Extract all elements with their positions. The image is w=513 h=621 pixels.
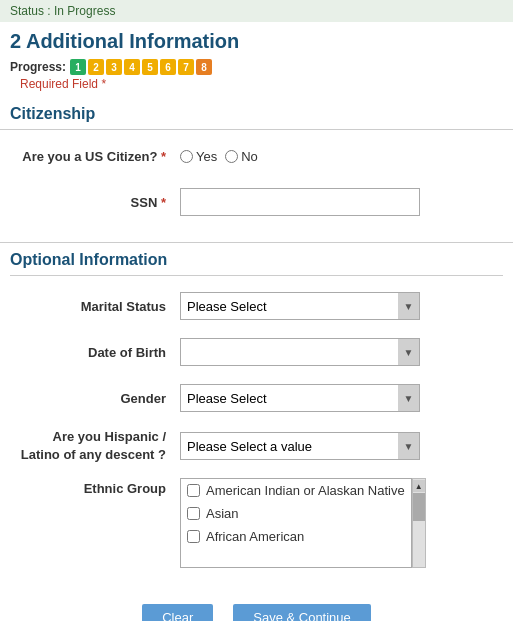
ethnic-list: American Indian or Alaskan Native Asian … — [180, 478, 412, 568]
citizen-radio-group: Yes No — [180, 149, 258, 164]
status-text: Status : In Progress — [10, 4, 115, 18]
required-note: Required Field * — [10, 77, 503, 91]
step-7[interactable]: 7 — [178, 59, 194, 75]
citizen-row: Are you a US Citizen? * Yes No — [20, 140, 493, 172]
progress-label: Progress: — [10, 60, 66, 74]
citizen-required-star: * — [157, 149, 166, 164]
page-header: 2 Additional Information Progress: 1 2 3… — [0, 22, 513, 101]
list-item: American Indian or Alaskan Native — [181, 479, 411, 502]
marital-label: Marital Status — [20, 299, 180, 314]
ethnic-scrollbar[interactable]: ▲ — [412, 478, 426, 568]
hispanic-label: Are you Hispanic / Latino of any descent… — [20, 428, 180, 464]
optional-content: Marital Status Please Select Single Marr… — [0, 280, 513, 588]
hispanic-select-wrapper: Please Select a value Yes No ▼ — [180, 432, 420, 460]
ethnic-list-container: American Indian or Alaskan Native Asian … — [180, 478, 412, 568]
page-title: 2 Additional Information — [10, 30, 503, 53]
citizen-yes-radio[interactable] — [180, 150, 193, 163]
step-3[interactable]: 3 — [106, 59, 122, 75]
step-2[interactable]: 2 — [88, 59, 104, 75]
citizenship-section: Are you a US Citizen? * Yes No SSN * — [0, 130, 513, 243]
hispanic-select[interactable]: Please Select a value Yes No — [180, 432, 420, 460]
citizen-yes-label: Yes — [196, 149, 217, 164]
gender-row: Gender Please Select Male Female Other ▼ — [20, 382, 493, 414]
dob-row: Date of Birth ▼ — [20, 336, 493, 368]
dob-select-wrapper: ▼ — [180, 338, 420, 366]
citizen-yes-option: Yes — [180, 149, 217, 164]
ethnic-row: Ethnic Group American Indian or Alaskan … — [20, 478, 493, 568]
progress-row: Progress: 1 2 3 4 5 6 7 8 — [10, 59, 503, 75]
step-4[interactable]: 4 — [124, 59, 140, 75]
step-6[interactable]: 6 — [160, 59, 176, 75]
dob-select[interactable] — [180, 338, 420, 366]
citizen-no-label: No — [241, 149, 258, 164]
marital-select[interactable]: Please Select Single Married Divorced Wi… — [180, 292, 420, 320]
progress-steps: 1 2 3 4 5 6 7 8 — [70, 59, 212, 75]
ssn-row: SSN * — [20, 186, 493, 218]
marital-select-wrapper: Please Select Single Married Divorced Wi… — [180, 292, 420, 320]
ethnic-label: Ethnic Group — [20, 478, 180, 496]
save-continue-button[interactable]: Save & Continue — [233, 604, 371, 621]
ethnic-item-2-label: Asian — [206, 506, 239, 521]
scroll-thumb[interactable] — [413, 493, 425, 521]
citizenship-section-title: Citizenship — [0, 101, 513, 130]
ethnic-item-3-label: African American — [206, 529, 304, 544]
citizen-label: Are you a US Citizen? * — [20, 149, 180, 164]
list-item: Asian — [181, 502, 411, 525]
gender-select-wrapper: Please Select Male Female Other ▼ — [180, 384, 420, 412]
ethnic-item-1-label: American Indian or Alaskan Native — [206, 483, 405, 498]
ethnic-checkbox-1[interactable] — [187, 484, 200, 497]
gender-select[interactable]: Please Select Male Female Other — [180, 384, 420, 412]
optional-section-header: Optional Information — [0, 243, 513, 280]
optional-section-title: Optional Information — [10, 251, 503, 276]
marital-row: Marital Status Please Select Single Marr… — [20, 290, 493, 322]
gender-label: Gender — [20, 391, 180, 406]
step-1[interactable]: 1 — [70, 59, 86, 75]
scroll-up-arrow[interactable]: ▲ — [413, 480, 425, 492]
citizen-no-radio[interactable] — [225, 150, 238, 163]
status-bar: Status : In Progress — [0, 0, 513, 22]
button-row: Clear Save & Continue — [0, 588, 513, 621]
ssn-label: SSN * — [20, 195, 180, 210]
ethnic-checkbox-2[interactable] — [187, 507, 200, 520]
dob-label: Date of Birth — [20, 345, 180, 360]
step-8[interactable]: 8 — [196, 59, 212, 75]
ssn-input[interactable] — [180, 188, 420, 216]
hispanic-row: Are you Hispanic / Latino of any descent… — [20, 428, 493, 464]
ssn-required-star: * — [157, 195, 166, 210]
ethnic-checkbox-3[interactable] — [187, 530, 200, 543]
step-5[interactable]: 5 — [142, 59, 158, 75]
list-item: African American — [181, 525, 411, 548]
citizen-no-option: No — [225, 149, 258, 164]
clear-button[interactable]: Clear — [142, 604, 213, 621]
